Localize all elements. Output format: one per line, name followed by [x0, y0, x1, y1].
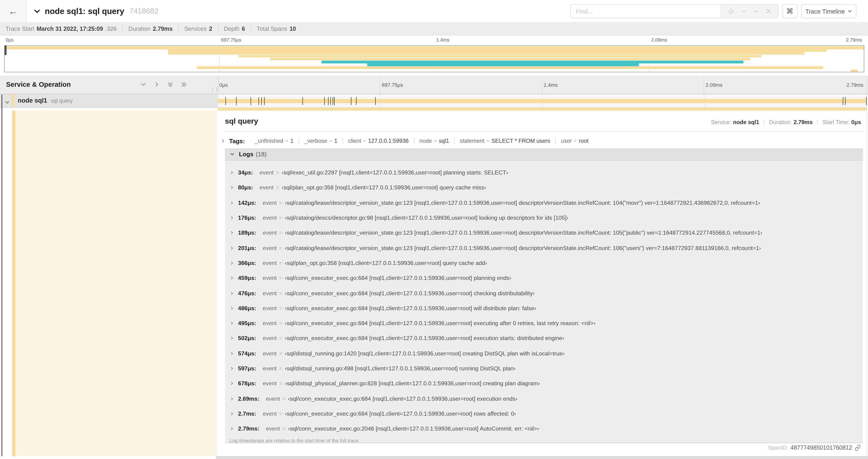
log-chevron-right-icon[interactable] [229, 276, 234, 280]
ruler-gridline [542, 76, 542, 94]
span-bar-cell[interactable] [218, 94, 867, 108]
log-timestamp: 597μs: [238, 365, 256, 372]
log-event-marker[interactable] [236, 97, 237, 105]
expand-one-chevron-right-icon[interactable] [154, 81, 160, 88]
log-chevron-right-icon[interactable] [229, 170, 234, 175]
log-equals: = [279, 320, 282, 327]
log-row[interactable]: 678μs:event=‹sql/distsql_physical_planne… [225, 376, 863, 391]
log-chevron-right-icon[interactable] [229, 381, 234, 386]
collapse-trace-chevron-down-icon[interactable] [34, 8, 40, 15]
log-row[interactable]: 459μs:event=‹sql/conn_executor_exec.go:6… [225, 270, 863, 286]
log-event-marker[interactable] [356, 97, 357, 105]
span-tree-pane [0, 110, 217, 456]
log-row[interactable]: 189μs:event=‹sql/catalog/lease/descripto… [225, 225, 863, 240]
log-event-marker[interactable] [303, 97, 303, 105]
detail-meta-value: 2.79ms [794, 119, 812, 126]
log-chevron-right-icon[interactable] [229, 306, 234, 311]
log-timestamp: 80μs: [238, 185, 253, 191]
log-row[interactable]: 2.7ms:event=‹sql/conn_executor_exec.go:6… [225, 406, 863, 421]
log-row[interactable]: 495μs:event=‹sql/conn_executor_exec.go:6… [225, 316, 863, 331]
prev-result-chevron-up-icon[interactable] [741, 8, 747, 14]
minimap-canvas[interactable] [4, 45, 864, 72]
log-event-marker[interactable] [375, 97, 376, 105]
log-row[interactable]: 597μs:event=‹sql/distsql_running.go:498 … [225, 361, 863, 376]
metadata-label: Duration [128, 26, 151, 32]
log-chevron-right-icon[interactable] [229, 291, 234, 296]
log-event-marker[interactable] [324, 97, 324, 105]
find-input[interactable] [571, 5, 720, 18]
log-row[interactable]: 502μs:event=‹sql/conn_executor_exec.go:6… [225, 331, 863, 346]
metadata-label: Services [184, 26, 207, 32]
logs-header[interactable]: Logs (18) [225, 148, 863, 160]
minimap-span-bar [197, 66, 824, 69]
expand-all-double-chevron-right-icon[interactable] [181, 81, 187, 88]
log-row[interactable]: 2.69ms:event=‹sql/conn_executor_exec.go:… [225, 391, 863, 406]
log-row[interactable]: 34μs:event=‹sql/exec_util.go:2297 [nsql1… [225, 165, 863, 180]
log-event-marker[interactable] [264, 97, 265, 105]
log-equals: = [279, 365, 282, 372]
span-duration-bar[interactable] [218, 99, 866, 103]
keyboard-shortcuts-button[interactable]: ⌘ [782, 4, 798, 18]
log-chevron-right-icon[interactable] [229, 231, 234, 235]
log-chevron-right-icon[interactable] [229, 351, 234, 356]
tag-value: 127.0.0.1:59936 [368, 138, 409, 144]
log-chevron-right-icon[interactable] [229, 186, 234, 190]
tag-key: client [348, 138, 361, 144]
log-event-marker[interactable] [845, 97, 846, 105]
span-row-name-cell[interactable]: node sql1sql query [0, 94, 218, 108]
log-event-value: ‹sql/catalog/lease/descriptor_version_st… [285, 245, 761, 251]
log-event-marker[interactable] [333, 97, 333, 105]
trace-metadata-item: Duration2.79ms [128, 26, 173, 32]
log-chevron-right-icon[interactable] [229, 321, 234, 326]
trace-metadata-item: Services2 [184, 26, 212, 32]
log-chevron-right-icon[interactable] [229, 426, 234, 431]
log-row[interactable]: 476μs:event=‹sql/conn_executor_exec.go:6… [225, 286, 863, 301]
span-collapse-chevron-down-icon[interactable] [5, 98, 10, 107]
span-detail-meta: Service:node sql1Duration:2.79msStart Ti… [711, 119, 861, 126]
next-result-chevron-down-icon[interactable] [753, 8, 760, 14]
log-chevron-right-icon[interactable] [229, 245, 234, 250]
left-pane-scrollbar[interactable] [1, 95, 2, 456]
log-field-name: event [263, 199, 277, 206]
locate-icon[interactable] [727, 8, 735, 15]
log-field-name: event [263, 335, 277, 342]
log-row[interactable]: 201μs:event=‹sql/catalog/lease/descripto… [225, 240, 863, 256]
log-row[interactable]: 574μs:event=‹sql/distsql_running.go:1420… [225, 346, 863, 361]
clear-find-icon[interactable] [766, 8, 771, 14]
log-event-marker[interactable] [334, 97, 335, 105]
tags-row[interactable]: Tags: _unfinished=1_verbose=1client=127.… [221, 135, 863, 146]
log-event-marker[interactable] [258, 97, 259, 105]
log-event-marker[interactable] [351, 97, 351, 105]
log-timestamp: 678μs: [238, 381, 256, 387]
collapse-one-chevron-down-icon[interactable] [140, 81, 147, 88]
log-timestamp: 142μs: [238, 199, 256, 206]
log-row[interactable]: 2.79ms:event=‹sql/conn_executor_exec.go:… [225, 421, 863, 436]
log-chevron-right-icon[interactable] [229, 200, 234, 205]
trace-view-dropdown[interactable]: Trace Timeline [801, 4, 856, 18]
log-event-marker[interactable] [331, 97, 331, 105]
column-resizer-handle[interactable] [212, 87, 217, 92]
log-chevron-right-icon[interactable] [229, 366, 234, 371]
log-row[interactable]: 142μs:event=‹sql/catalog/lease/descripto… [225, 195, 863, 210]
log-chevron-right-icon[interactable] [229, 336, 234, 341]
tag-value: root [579, 138, 588, 144]
minimap-scrub-handle[interactable] [5, 46, 6, 55]
log-chevron-right-icon[interactable] [229, 216, 234, 220]
log-chevron-right-icon[interactable] [229, 412, 234, 416]
metadata-value: 10 [289, 26, 296, 32]
log-event-marker[interactable] [250, 97, 251, 105]
log-event-marker[interactable] [328, 97, 329, 105]
collapse-all-double-chevron-down-icon[interactable] [167, 81, 174, 88]
log-row[interactable]: 486μs:event=‹sql/conn_executor_exec.go:6… [225, 301, 863, 316]
page-title[interactable]: node sql1: sql query [45, 6, 124, 16]
log-event-marker[interactable] [225, 97, 226, 105]
log-chevron-right-icon[interactable] [229, 396, 234, 401]
log-chevron-right-icon[interactable] [229, 261, 234, 265]
back-button[interactable]: ← [0, 0, 27, 22]
log-event-marker[interactable] [843, 97, 843, 105]
log-row[interactable]: 176μs:event=‹sql/catalog/descs/descripto… [225, 210, 863, 226]
log-row[interactable]: 366μs:event=‹sql/plan_opt.go:358 [nsql1,… [225, 256, 863, 271]
deep-link-icon[interactable] [855, 445, 861, 451]
log-event-marker[interactable] [261, 97, 262, 105]
log-row[interactable]: 80μs:event=‹sql/plan_opt.go:358 [nsql1,c… [225, 180, 863, 195]
